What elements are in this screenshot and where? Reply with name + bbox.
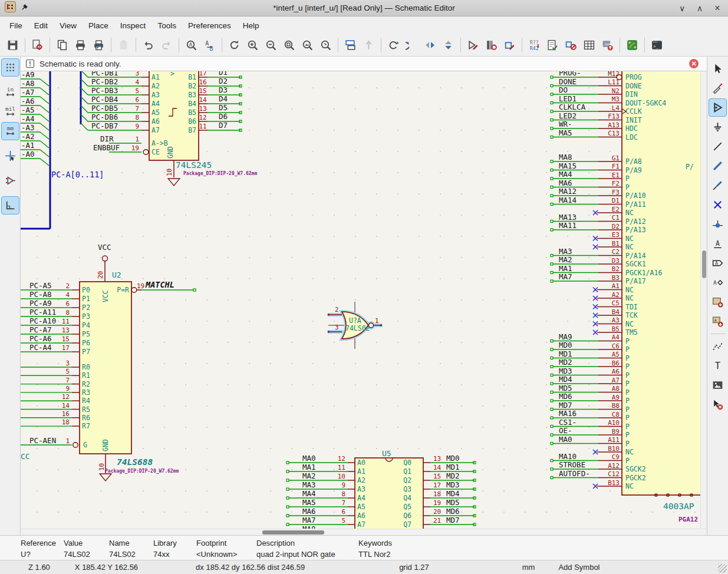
window-shade-icon[interactable]: ∨ [677,4,687,13]
bom-button[interactable]: .bom [599,37,616,54]
units-mm-button[interactable]: mm [2,123,19,140]
units-mil-button[interactable]: mil [2,103,19,120]
erc-button[interactable] [544,37,561,54]
console-button[interactable]: >_ [648,37,666,54]
net-label-button[interactable]: A [709,235,726,252]
component-u5[interactable]: U5MA012A0MA111A1MA210A2MA39A3MA48A4MA57A… [286,449,476,529]
paste-button[interactable] [115,37,132,54]
drawing-sheet-icon [56,39,68,51]
infobar-close-icon[interactable]: ✕ [689,59,699,68]
vertical-scrollbar-thumb[interactable] [702,250,706,278]
horizontal-scrollbar[interactable] [21,529,707,535]
leave-sheet-button[interactable] [360,37,377,54]
svg-text:Q0: Q0 [403,458,411,467]
svg-text:PC-A7: PC-A7 [29,325,52,334]
annotate-button[interactable]: R??R42 [526,37,543,54]
window-maximize-icon[interactable]: ∧ [695,4,704,13]
hierarchical-label-button[interactable]: A [709,274,726,291]
drawing-sheet-button[interactable] [54,37,71,54]
component-74ls245[interactable]: PC-DB13A1PC-DB24A2PC-DB35A3PC-DB46A4PC-D… [81,71,257,186]
svg-text:F3: F3 [612,189,620,196]
menu-inspect[interactable]: Inspect [114,19,152,32]
svg-text:PC-DB1: PC-DB1 [91,71,118,77]
add-bus-button[interactable] [709,157,726,174]
mirror-h-button[interactable] [421,37,439,54]
footprint-editor-button[interactable] [501,37,518,54]
svg-text:MD6: MD6 [559,392,572,401]
svg-text:MD2: MD2 [559,358,572,367]
svg-text:6: 6 [65,300,70,308]
undo-button[interactable] [140,37,157,54]
delete-tool-button[interactable] [709,396,726,413]
component-4003ap[interactable]: PROG-M12PROGDONEL11DONEDON2DINLED1M3DOUT… [551,71,700,523]
menu-edit[interactable]: Edit [28,19,54,32]
zoom-out-button[interactable] [262,37,279,54]
menu-place[interactable]: Place [83,19,114,32]
hidden-pins-button[interactable] [2,172,19,189]
draw-lines-button[interactable] [709,338,726,355]
svg-text:F2: F2 [612,180,620,187]
global-label-button[interactable]: A [709,255,726,272]
svg-text:LED1: LED1 [559,94,577,103]
rotate-cw-button[interactable] [403,37,420,54]
symbol-editor-button[interactable] [465,37,482,54]
save-button[interactable] [4,37,21,54]
sheet-pin-button[interactable]: A [709,313,726,330]
plot-icon [93,39,105,51]
highlight-net-button[interactable] [709,80,726,97]
add-wire-button[interactable] [709,138,726,155]
zoom-page-button[interactable] [281,37,298,54]
zoom-objects-button[interactable] [299,37,316,54]
ortho-drawing-button[interactable] [2,197,19,214]
schematic-setup-button[interactable] [29,37,46,54]
find-button[interactable]: A [183,37,200,54]
menu-tools[interactable]: Tools [151,19,182,32]
add-text-button[interactable]: T [709,357,726,374]
units-in-button[interactable]: in [2,84,19,101]
sync-pcb-button[interactable] [562,37,579,54]
symbol-preview-74ls02[interactable]: 231U?A74LS02 [328,302,382,349]
find-replace-button[interactable]: AB [201,37,218,54]
redo-button[interactable] [158,37,175,54]
add-image-button[interactable] [709,377,726,394]
menu-file[interactable]: File [4,19,28,32]
prop-label: Value [64,537,109,549]
cursor-shape-button[interactable] [2,147,19,164]
zoom-selection-button[interactable] [317,37,334,54]
svg-text:A2: A2 [357,476,365,484]
component-74ls688[interactable]: VCC20U2VCCGNDPC-A52P0PC-A84P1PC-A96P2PC-… [21,243,196,481]
plot-button[interactable] [90,37,107,54]
zoom-in-button[interactable] [244,37,261,54]
select-tool-button[interactable] [709,60,726,77]
window-close-icon[interactable]: × [713,3,722,14]
add-sheet-button[interactable] [709,293,726,311]
add-symbol-button[interactable] [709,99,726,116]
vertical-scrollbar[interactable] [700,71,707,529]
grid-dots-button[interactable] [2,59,19,76]
mirror-v-button[interactable] [440,37,457,54]
bus-entry-button[interactable] [709,177,726,194]
schematic-canvas[interactable]: -A9-A8-A7-A6-A5-A4-A3-A2-A1-A0PC-A[0..11… [21,71,707,535]
symbol-browser-button[interactable] [483,37,500,54]
fields-table-button[interactable] [581,37,598,54]
refresh-button[interactable] [226,37,243,54]
add-power-button[interactable] [709,118,726,136]
add-junction-button[interactable] [709,216,726,233]
pin-icon[interactable] [21,2,29,14]
menu-preferences[interactable]: Preferences [182,19,237,32]
svg-text:PC-DB7: PC-DB7 [91,121,118,130]
menu-help[interactable]: Help [237,19,265,32]
units-mm-icon: mm [4,125,17,137]
no-connect-button[interactable] [709,196,726,213]
hierarchy-navigator-button[interactable] [342,37,359,54]
schematic-editor-window: *interf_u [interf_u/] [Read Only] — Sche… [0,0,728,574]
rotate-cw-icon [406,39,418,51]
print-button[interactable] [72,37,89,54]
pcb-editor-button[interactable] [624,37,641,54]
svg-text:MD2: MD2 [446,471,460,480]
rotate-ccw-button[interactable] [385,37,402,54]
menu-view[interactable]: View [54,19,83,32]
resize-grip[interactable] [718,564,727,573]
toolbar-separator [179,38,179,52]
horizontal-scrollbar-thumb[interactable] [262,530,324,535]
